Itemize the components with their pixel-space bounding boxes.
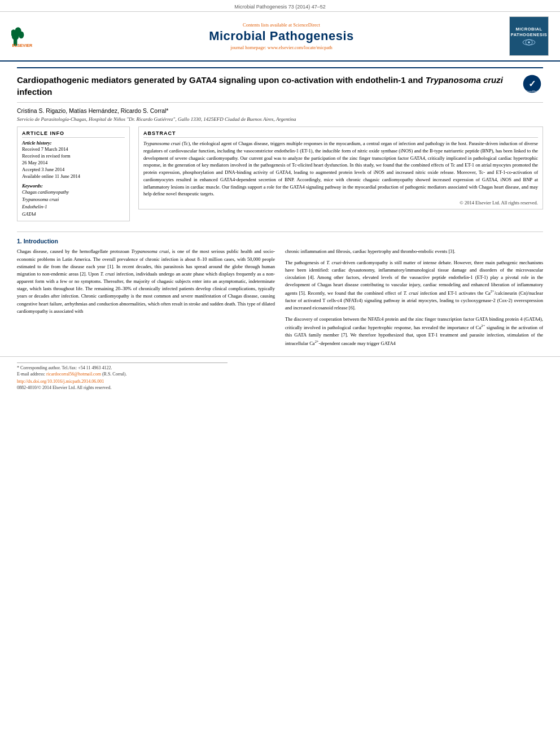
crossmark-area: ✓ CrossMark bbox=[520, 74, 543, 95]
section-separator bbox=[17, 231, 543, 232]
svg-text:✓: ✓ bbox=[528, 79, 536, 89]
intro-para-3: The pathogenesis of T. cruzi-driven card… bbox=[285, 259, 543, 312]
keyword-1: Chagas cardiomyopathy bbox=[22, 189, 125, 196]
corresponding-author-note: * Corresponding author. Tel./fax: +54 11… bbox=[17, 365, 543, 370]
intro-right-col: chronic inflammation and fibrosis, cardi… bbox=[285, 248, 543, 351]
svg-text:ELSEVIER: ELSEVIER bbox=[12, 43, 33, 48]
authors: Cristina S. Rigazio, Matías Hernández, R… bbox=[17, 107, 543, 114]
abstract-box: ABSTRACT Trypanosoma cruzi (Tc), the eti… bbox=[138, 126, 543, 209]
received-date: Received 7 March 2014 bbox=[22, 146, 125, 153]
article-area: Cardiopathogenic mediators generated by … bbox=[0, 62, 560, 356]
keyword-3: Endothelin-1 bbox=[22, 203, 125, 211]
keyword-4: GATA4 bbox=[22, 211, 125, 218]
revised-date: 26 May 2014 bbox=[22, 160, 125, 167]
keywords-label: Keywords: bbox=[22, 183, 125, 189]
intro-para-4: The discovery of cooperation between the… bbox=[285, 316, 543, 347]
left-col: ARTICLE INFO Article history: Received 7… bbox=[17, 126, 130, 226]
article-title-block: Cardiopathogenic mediators generated by … bbox=[17, 67, 543, 103]
crossmark-icon: ✓ CrossMark bbox=[522, 74, 542, 94]
article-info-box: ARTICLE INFO Article history: Received 7… bbox=[17, 126, 130, 221]
contents-available-line: Contents lists available at ScienceDirec… bbox=[54, 22, 509, 28]
elsevier-logo: ELSEVIER bbox=[11, 21, 54, 51]
intro-heading: 1. Introduction bbox=[17, 238, 543, 244]
article-title: Cardiopathogenic mediators generated by … bbox=[17, 74, 515, 98]
svg-text:CrossMark: CrossMark bbox=[526, 90, 538, 93]
article-info-abstract-cols: ARTICLE INFO Article history: Received 7… bbox=[17, 126, 543, 226]
email-note: E-mail address: ricardocorral56@hotmail.… bbox=[17, 372, 543, 377]
journal-header-center: Contents lists available at ScienceDirec… bbox=[54, 22, 509, 50]
issn-line: 0882-4010/© 2014 Elsevier Ltd. All right… bbox=[17, 385, 543, 390]
footer-area: * Corresponding author. Tel./fax: +54 11… bbox=[0, 356, 560, 395]
right-col: ABSTRACT Trypanosoma cruzi (Tc), the eti… bbox=[138, 126, 543, 226]
homepage-line: journal homepage: www.elsevier.com/locat… bbox=[54, 45, 509, 50]
intro-para-1: Chagas disease, caused by the hemoflagel… bbox=[17, 248, 275, 315]
svg-point-4 bbox=[19, 31, 24, 38]
affiliation: Servicio de Parasitología-Chagas, Hospit… bbox=[17, 116, 543, 122]
footer-divider bbox=[17, 362, 228, 363]
online-date: Available online 11 June 2014 bbox=[22, 173, 125, 180]
journal-logo-box: MICROBIAL PATHOGENESIS bbox=[509, 16, 549, 56]
article-info-label: ARTICLE INFO bbox=[22, 130, 125, 138]
journal-title: Microbial Pathogenesis bbox=[54, 29, 509, 43]
top-bar: Microbial Pathogenesis 73 (2014) 47–52 bbox=[0, 0, 560, 12]
history-label: Article history: bbox=[22, 140, 125, 146]
svg-point-8 bbox=[528, 41, 530, 43]
journal-ref: Microbial Pathogenesis 73 (2014) 47–52 bbox=[234, 4, 326, 10]
keyword-2: Trypanosoma cruzi bbox=[22, 196, 125, 203]
intro-left-col: Chagas disease, caused by the hemoflagel… bbox=[17, 248, 275, 351]
keywords-section: Keywords: Chagas cardiomyopathy Trypanos… bbox=[22, 183, 125, 217]
journal-header: ELSEVIER Contents lists available at Sci… bbox=[0, 12, 560, 62]
abstract-copyright: © 2014 Elsevier Ltd. All rights reserved… bbox=[143, 200, 538, 206]
revised-label: Received in revised form bbox=[22, 153, 125, 160]
intro-body-cols: Chagas disease, caused by the hemoflagel… bbox=[17, 248, 543, 351]
abstract-label: ABSTRACT bbox=[143, 130, 538, 138]
article-title-text: Cardiopathogenic mediators generated by … bbox=[17, 74, 515, 98]
abstract-text: Trypanosoma cruzi (Tc), the etiological … bbox=[143, 140, 538, 198]
intro-para-2: chronic inflammation and fibrosis, cardi… bbox=[285, 248, 543, 255]
accepted-date: Accepted 3 June 2014 bbox=[22, 167, 125, 173]
introduction-section: 1. Introduction Chagas disease, caused b… bbox=[17, 238, 543, 351]
doi-line: http://dx.doi.org/10.1016/j.micpath.2014… bbox=[17, 379, 543, 384]
